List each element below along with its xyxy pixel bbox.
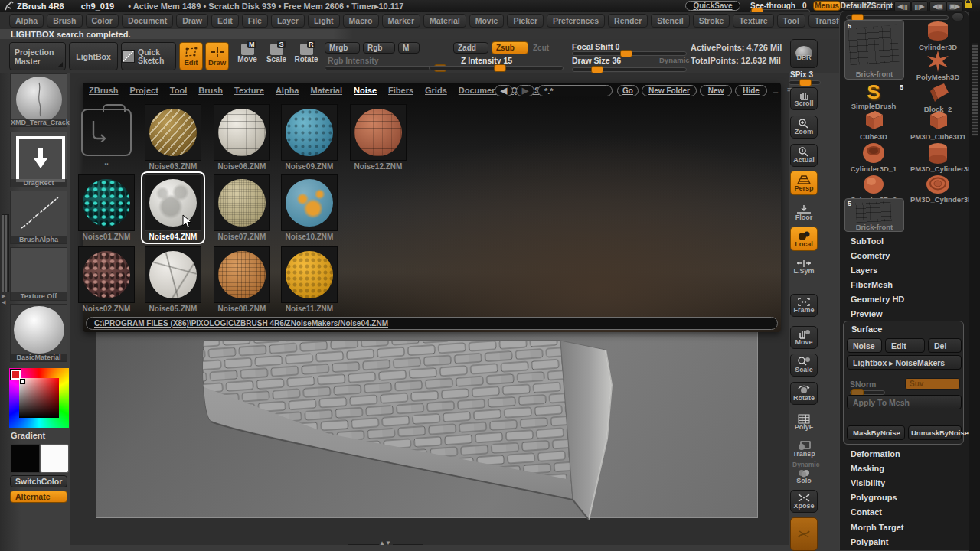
tab-material[interactable]: Material xyxy=(310,86,342,95)
current-brush-thumbnail[interactable]: XMD_Terra_Crack0 xyxy=(10,73,67,127)
menu-file[interactable]: File xyxy=(242,14,268,28)
section-contact[interactable]: Contact xyxy=(851,507,882,517)
rotate-mode-button[interactable]: R Rotate xyxy=(291,44,322,64)
draw-size-slider[interactable] xyxy=(572,67,687,72)
go-button[interactable]: Go xyxy=(617,85,639,96)
gradient-label[interactable]: Gradient xyxy=(11,431,45,440)
hide-button[interactable]: Hide xyxy=(735,85,767,96)
scale-mode-button[interactable]: S Scale xyxy=(262,44,291,64)
menu-layer[interactable]: Layer xyxy=(271,14,305,28)
persp-button[interactable]: Persp xyxy=(790,171,818,195)
section-preview[interactable]: Preview xyxy=(851,309,883,318)
local-button[interactable]: Local xyxy=(790,227,818,251)
floor-button[interactable]: Floor xyxy=(790,202,818,223)
noise-item[interactable]: Noise01.ZNM xyxy=(76,174,137,241)
actual-button[interactable]: Actual xyxy=(790,144,818,167)
alternate-button[interactable]: Alternate xyxy=(10,491,67,503)
tool-simplebrush[interactable]: S SimpleBrush xyxy=(844,82,903,110)
section-morph-target[interactable]: Morph Target xyxy=(851,523,903,532)
secondary-color-swatch[interactable] xyxy=(40,444,69,473)
quicksave-button[interactable]: QuickSave xyxy=(685,1,740,11)
unmask-by-noise-button[interactable]: UnmaskByNoise xyxy=(908,425,962,440)
section-layers[interactable]: Layers xyxy=(851,266,877,275)
texture-thumbnail[interactable]: Texture Off xyxy=(10,247,67,301)
zcut-button[interactable]: Zcut xyxy=(533,44,549,52)
mask-by-noise-button[interactable]: MaskByNoise xyxy=(847,425,905,440)
color-picker[interactable] xyxy=(9,368,69,428)
menus-button[interactable]: Menus xyxy=(813,1,841,11)
section-deformation[interactable]: Deformation xyxy=(851,449,900,458)
polyf-button[interactable]: PolyF xyxy=(790,411,818,433)
menu-macro[interactable]: Macro xyxy=(343,14,379,28)
tab-grids[interactable]: Grids xyxy=(425,86,447,95)
tool-cylinder3d-1[interactable]: Cylinder3D_1 xyxy=(844,142,903,173)
seethrough-control[interactable]: See-through 0 xyxy=(750,1,812,10)
scroll-button[interactable]: Scroll xyxy=(790,87,818,110)
mrgb-button[interactable]: Mrgb xyxy=(325,42,360,54)
nav-forward-icon[interactable]: ▶ xyxy=(516,85,534,96)
partially-visible-button[interactable] xyxy=(790,517,818,551)
section-fibermesh[interactable]: FiberMesh xyxy=(851,280,893,289)
h-scrollbar-left[interactable] xyxy=(348,544,379,545)
menu-stencil[interactable]: Stencil xyxy=(651,14,689,28)
file-path-bar[interactable]: C:\PROGRAM FILES (X86)\PIXOLOGIC\ZBRUSH … xyxy=(86,317,778,330)
tool-cylinder3d[interactable]: Cylinder3D xyxy=(910,20,965,51)
bpr-button[interactable]: BPR xyxy=(790,39,818,68)
lock-icon[interactable] xyxy=(965,0,972,8)
m-button[interactable]: M xyxy=(398,42,420,54)
menu-tool[interactable]: Tool xyxy=(777,14,805,28)
edit-noise-button[interactable]: Edit xyxy=(885,338,925,353)
projection-master-button[interactable]: Projection Master xyxy=(9,42,66,70)
menu-picker[interactable]: Picker xyxy=(507,14,544,28)
tab-tool[interactable]: Tool xyxy=(170,86,187,95)
transp-button[interactable]: Transp xyxy=(790,438,818,460)
section-visibility[interactable]: Visibility xyxy=(851,478,885,487)
dynamic-label[interactable]: Dynamic xyxy=(659,56,690,64)
tab-texture[interactable]: Texture xyxy=(234,86,264,95)
suv-button[interactable]: Suv xyxy=(905,378,960,390)
material-thumbnail[interactable]: BasicMaterial xyxy=(10,304,67,362)
alpha-thumbnail[interactable]: BrushAlpha xyxy=(10,191,67,244)
menu-brush[interactable]: Brush xyxy=(47,14,82,28)
h-scrollbar-arrows[interactable]: ▲▼ xyxy=(379,540,391,545)
tab-project[interactable]: Project xyxy=(130,86,158,95)
tool-cube3d[interactable]: Cube3D xyxy=(844,109,903,141)
default-zscript-button[interactable]: DefaultZScript xyxy=(842,1,891,11)
menu-draw[interactable]: Draw xyxy=(176,14,208,28)
noise-item[interactable]: Noise03.ZNM xyxy=(142,104,204,171)
scale-nav-button[interactable]: Scale xyxy=(790,354,818,377)
xpose-button[interactable]: Xpose xyxy=(790,490,818,513)
tab-document[interactable]: Document xyxy=(459,86,500,95)
section-masking[interactable]: Masking xyxy=(851,464,884,473)
section-polypaint[interactable]: Polypaint xyxy=(851,537,889,546)
menu-alpha[interactable]: Alpha xyxy=(9,14,44,28)
noise-item[interactable]: Noise12.ZNM xyxy=(348,104,409,171)
solo-button[interactable]: Solo xyxy=(790,467,818,487)
new-folder-button[interactable]: New Folder xyxy=(642,85,697,96)
menu-render[interactable]: Render xyxy=(608,14,648,28)
tool-pm3d-cylinder3d-2[interactable]: PM3D_Cylinder3D_2 xyxy=(910,142,965,173)
noise-item[interactable]: Noise07.ZNM xyxy=(211,174,273,241)
menu-texture[interactable]: Texture xyxy=(733,14,773,28)
menu-stroke[interactable]: Stroke xyxy=(693,14,730,28)
search-input[interactable]: *.* xyxy=(537,85,612,96)
sculpted-wall-model[interactable] xyxy=(191,337,620,543)
zsub-button[interactable]: Zsub xyxy=(492,41,528,54)
stroke-thumbnail[interactable]: DragRect xyxy=(10,132,67,187)
tab-noise[interactable]: Noise xyxy=(354,86,377,95)
menu-document[interactable]: Document xyxy=(122,14,173,28)
active-tool-thumbnail[interactable]: 5 Brick-front xyxy=(844,20,904,80)
menu-material[interactable]: Material xyxy=(423,14,466,28)
main-color-swatch[interactable] xyxy=(10,444,40,473)
tool-pm3d-cube3d1[interactable]: PM3D_Cube3D1 xyxy=(910,109,965,141)
tool-pm3d-cylinder3d-4[interactable]: PM3D_Cylinder3D_4 xyxy=(910,174,965,204)
lsym-button[interactable]: L.Sym xyxy=(790,257,818,277)
section-geometry[interactable]: Geometry xyxy=(851,251,890,260)
noise-item[interactable]: Noise05.ZNM xyxy=(142,246,204,313)
menu-color[interactable]: Color xyxy=(86,14,119,28)
spix-slider[interactable] xyxy=(789,80,821,85)
tab-alpha[interactable]: Alpha xyxy=(276,86,299,95)
move-mode-button[interactable]: M Move xyxy=(233,44,262,64)
zadd-button[interactable]: Zadd xyxy=(453,42,488,54)
tool-brick-front-2[interactable]: 5 Brick-front xyxy=(844,198,904,232)
